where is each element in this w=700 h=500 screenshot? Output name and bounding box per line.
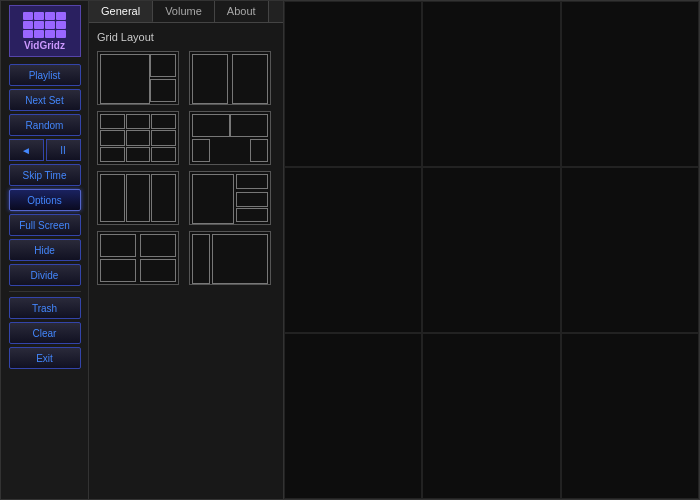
grid-layouts	[97, 51, 275, 285]
video-cell-2[interactable]	[422, 1, 560, 167]
app-container: VidGridz Playlist Next Set Random ◄ II S…	[0, 0, 700, 500]
tab-volume[interactable]: Volume	[153, 1, 215, 22]
settings-content: Grid Layout	[89, 23, 283, 499]
prev-button[interactable]: ◄	[9, 139, 44, 161]
grid-layout-label: Grid Layout	[97, 31, 275, 43]
settings-panel: General Volume About Grid Layout	[89, 1, 284, 499]
pause-button[interactable]: II	[46, 139, 81, 161]
play-controls: ◄ II	[9, 139, 81, 161]
skip-time-button[interactable]: Skip Time	[9, 164, 81, 186]
layout-thumb-6[interactable]	[189, 171, 271, 225]
logo: VidGridz	[9, 5, 81, 57]
random-button[interactable]: Random	[9, 114, 81, 136]
trash-button[interactable]: Trash	[9, 297, 81, 319]
exit-button[interactable]: Exit	[9, 347, 81, 369]
video-cell-9[interactable]	[561, 333, 699, 499]
video-area	[284, 1, 699, 499]
video-grid	[284, 1, 699, 499]
layout-thumb-1[interactable]	[97, 51, 179, 105]
layout-thumb-7[interactable]	[97, 231, 179, 285]
divide-button[interactable]: Divide	[9, 264, 81, 286]
layout-thumb-3[interactable]	[97, 111, 179, 165]
layout-thumb-5[interactable]	[97, 171, 179, 225]
logo-text: VidGridz	[24, 40, 65, 51]
video-cell-4[interactable]	[284, 167, 422, 333]
video-cell-7[interactable]	[284, 333, 422, 499]
tab-about[interactable]: About	[215, 1, 269, 22]
full-screen-button[interactable]: Full Screen	[9, 214, 81, 236]
video-cell-6[interactable]	[561, 167, 699, 333]
hide-button[interactable]: Hide	[9, 239, 81, 261]
next-set-button[interactable]: Next Set	[9, 89, 81, 111]
layout-thumb-8[interactable]	[189, 231, 271, 285]
video-cell-8[interactable]	[422, 333, 560, 499]
logo-grid	[23, 12, 66, 38]
playlist-button[interactable]: Playlist	[9, 64, 81, 86]
sidebar: VidGridz Playlist Next Set Random ◄ II S…	[1, 1, 89, 499]
video-cell-3[interactable]	[561, 1, 699, 167]
sidebar-divider	[9, 291, 81, 292]
layout-thumb-4[interactable]	[189, 111, 271, 165]
tabs-bar: General Volume About	[89, 1, 283, 23]
video-cell-5[interactable]	[422, 167, 560, 333]
options-button[interactable]: Options	[9, 189, 81, 211]
layout-thumb-2[interactable]	[189, 51, 271, 105]
tab-general[interactable]: General	[89, 1, 153, 22]
video-cell-1[interactable]	[284, 1, 422, 167]
clear-button[interactable]: Clear	[9, 322, 81, 344]
